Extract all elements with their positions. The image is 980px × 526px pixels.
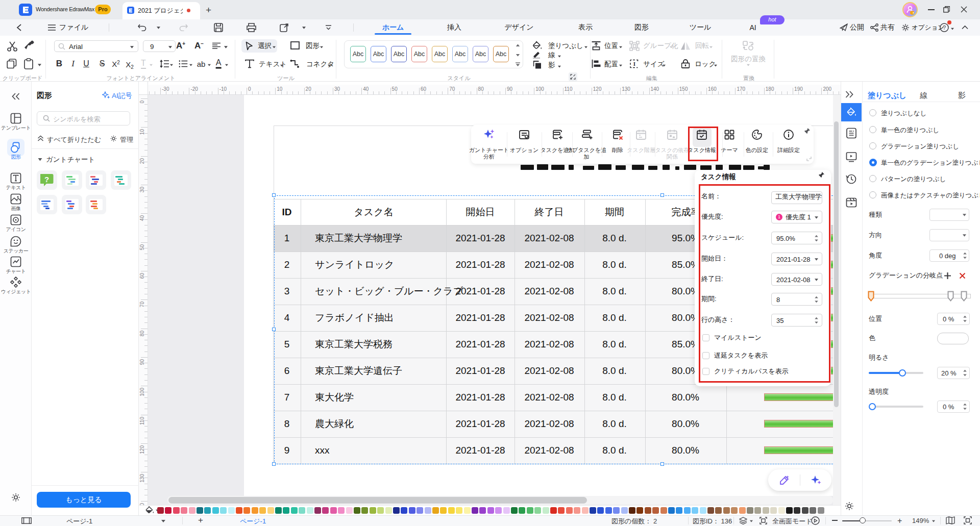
- svg-text:I: I: [633, 61, 635, 67]
- svg-text:?: ?: [44, 175, 49, 184]
- svg-text:?: ?: [943, 24, 946, 31]
